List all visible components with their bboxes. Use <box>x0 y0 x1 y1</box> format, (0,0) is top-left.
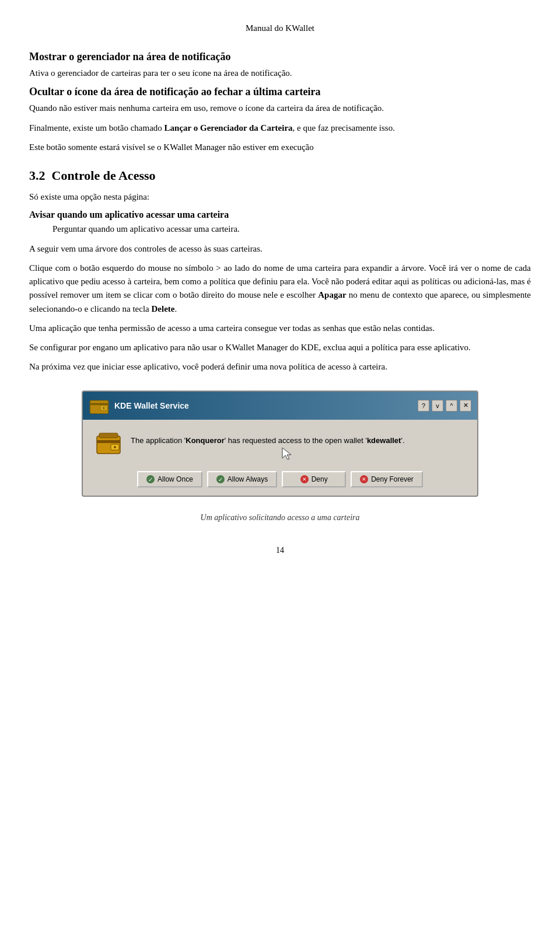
wallet-icon-large <box>94 430 123 458</box>
page-number: 14 <box>29 546 531 555</box>
finally-bold: Lançar o Gerenciador da Carteira <box>164 123 293 133</box>
allow-always-check-icon <box>216 475 225 483</box>
svg-rect-8 <box>99 433 118 438</box>
dialog-title-buttons: ? v ^ ✕ <box>418 400 471 412</box>
warn-title: Avisar quando um aplicativo acessar uma … <box>29 210 531 220</box>
figure-caption: Um aplicativo solicitando acesso a uma c… <box>29 513 531 522</box>
message-wallet-name: kdewallet <box>367 436 401 445</box>
allow-always-button[interactable]: Allow Always <box>207 471 277 487</box>
dialog-title-text: KDE Wallet Service <box>114 401 189 410</box>
finally-paragraph: Finalmente, existe um botão chamado Lanç… <box>29 121 531 135</box>
message-mid: ' has requested access to the open walle… <box>225 436 367 445</box>
svg-point-7 <box>114 446 116 448</box>
section-32-heading: 3.2 Controle de Acesso <box>29 168 531 183</box>
section-intro: Só existe uma opção nesta página: <box>29 190 531 204</box>
message-pre: The application ' <box>131 436 186 445</box>
svg-rect-5 <box>97 440 120 443</box>
kde-wallet-dialog: KDE Wallet Service ? v ^ ✕ Th <box>82 391 478 497</box>
dialog-message-text: The application 'Konqueror' has requeste… <box>131 430 405 447</box>
dialog-message: The application 'Konqueror' has requeste… <box>94 430 466 458</box>
access-text: Uma aplicação que tenha permissão de ace… <box>29 322 531 335</box>
message-app-name: Konqueror <box>186 436 224 445</box>
tree-text: A seguir vem uma árvore dos controles de… <box>29 242 531 256</box>
deny-forever-icon <box>360 475 368 483</box>
deny-forever-label: Deny Forever <box>371 475 414 483</box>
dialog-body: The application 'Konqueror' has requeste… <box>83 420 477 496</box>
hide-icon-heading: Ocultar o ícone da área de notificação a… <box>29 86 531 98</box>
svg-rect-1 <box>90 403 108 405</box>
warn-body: Perguntar quando um aplicativo acessar u… <box>52 222 531 236</box>
click-paragraph: Clique com o botão esquerdo do mouse no … <box>29 262 531 316</box>
next-text: Na próxima vez que iniciar esse aplicati… <box>29 360 531 374</box>
dialog-maximize-button[interactable]: ^ <box>446 400 457 412</box>
section-title: Controle de Acesso <box>52 168 156 183</box>
click-bold2: Delete <box>151 304 174 313</box>
allow-once-button[interactable]: Allow Once <box>137 471 202 487</box>
dialog-help-button[interactable]: ? <box>418 400 429 412</box>
message-post: '. <box>401 436 404 445</box>
allow-once-label: Allow Once <box>158 475 193 483</box>
finally-text-1: Finalmente, existe um botão chamado <box>29 123 164 133</box>
allow-always-label: Allow Always <box>228 475 268 483</box>
click-bold: Apagar <box>318 290 346 299</box>
section-number: 3.2 <box>29 168 46 183</box>
config-text: Se configurar por engano um aplicativo p… <box>29 341 531 354</box>
svg-point-3 <box>103 407 104 409</box>
deny-label: Deny <box>312 475 328 483</box>
click-text3: . <box>174 304 177 313</box>
notify-area-heading: Mostrar o gerenciador na área de notific… <box>29 51 531 63</box>
dialog-titlebar: KDE Wallet Service ? v ^ ✕ <box>83 392 477 420</box>
deny-forever-button[interactable]: Deny Forever <box>351 471 423 487</box>
finally-text-2: , e que faz precisamente isso. <box>293 123 395 133</box>
notify-area-body: Ativa o gerenciador de carteiras para te… <box>29 67 531 80</box>
dialog-close-button[interactable]: ✕ <box>460 400 471 412</box>
hide-icon-body: Quando não estiver mais nenhuma carteira… <box>29 102 531 115</box>
dialog-wallet-icon <box>89 395 110 416</box>
dialog-title-left: KDE Wallet Service <box>89 395 189 416</box>
allow-once-check-icon <box>146 475 155 483</box>
page-title: Manual do KWallet <box>29 23 531 33</box>
dialog-minimize-button[interactable]: v <box>432 400 443 412</box>
deny-button[interactable]: Deny <box>282 471 346 487</box>
deny-icon <box>300 475 309 483</box>
dialog-buttons: Allow Once Allow Always Deny Deny Foreve… <box>94 469 466 487</box>
visible-text: Este botão somente estará visível se o K… <box>29 141 531 154</box>
